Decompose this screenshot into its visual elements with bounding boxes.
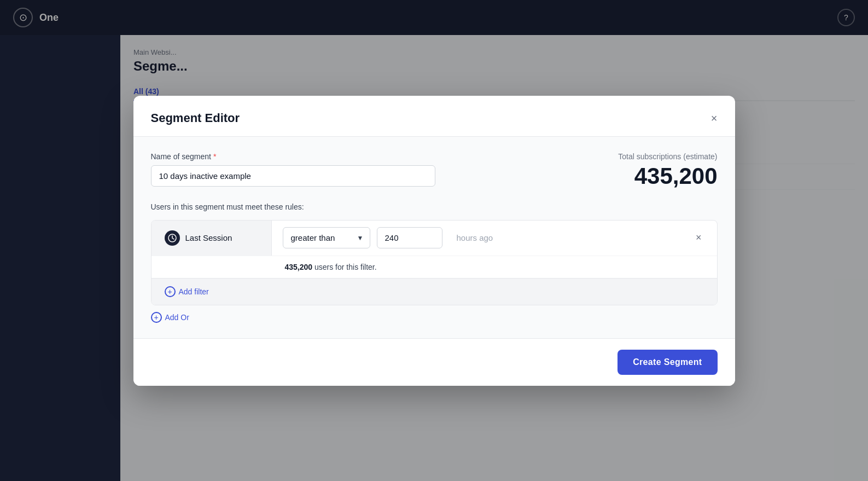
modal-title: Segment Editor bbox=[151, 111, 240, 125]
operator-select-wrapper: greater than less than equal to ▼ bbox=[283, 227, 370, 248]
filter-card: Last Session greater than less than equa… bbox=[151, 220, 718, 305]
segment-editor-modal: Segment Editor × Name of segment * Total… bbox=[133, 96, 735, 386]
create-segment-button[interactable]: Create Segment bbox=[617, 350, 717, 375]
plus-circle-icon: + bbox=[165, 286, 176, 297]
operator-select[interactable]: greater than less than equal to bbox=[283, 227, 370, 248]
filter-controls: greater than less than equal to ▼ hours … bbox=[272, 221, 717, 255]
modal-footer: Create Segment bbox=[133, 338, 735, 386]
modal-header: Segment Editor × bbox=[133, 96, 735, 137]
subscriptions-label: Total subscriptions (estimate) bbox=[618, 152, 717, 161]
filter-result-suffix: users for this filter. bbox=[314, 263, 377, 271]
subscriptions-section: Total subscriptions (estimate) 435,200 bbox=[618, 152, 717, 189]
last-session-icon bbox=[165, 230, 180, 246]
name-label: Name of segment * bbox=[151, 152, 619, 161]
modal-close-button[interactable]: × bbox=[711, 113, 718, 124]
add-or-button[interactable]: + Add Or bbox=[151, 312, 189, 323]
modal-body: Name of segment * Total subscriptions (e… bbox=[133, 137, 735, 338]
plus-icon: + bbox=[151, 312, 162, 323]
add-filter-row: + Add filter bbox=[152, 278, 717, 305]
filter-value-input[interactable] bbox=[377, 227, 442, 248]
filter-row: Last Session greater than less than equa… bbox=[152, 221, 717, 256]
filter-result-count: 435,200 bbox=[285, 263, 313, 271]
subscriptions-count: 435,200 bbox=[618, 163, 717, 189]
filter-type-cell: Last Session bbox=[152, 221, 272, 256]
segment-name-input[interactable] bbox=[151, 165, 435, 187]
required-indicator: * bbox=[213, 152, 216, 161]
rules-label: Users in this segment must meet these ru… bbox=[151, 202, 718, 211]
filter-type-label: Last Session bbox=[185, 233, 232, 242]
filter-close-button[interactable]: × bbox=[691, 228, 706, 248]
filter-result-row: 435,200 users for this filter. bbox=[152, 256, 717, 278]
add-filter-button[interactable]: + Add filter bbox=[165, 286, 209, 297]
modal-overlay: Segment Editor × Name of segment * Total… bbox=[0, 0, 868, 481]
modal-top-row: Name of segment * Total subscriptions (e… bbox=[151, 152, 718, 189]
name-section: Name of segment * bbox=[151, 152, 619, 187]
filter-unit-label: hours ago bbox=[449, 228, 501, 248]
